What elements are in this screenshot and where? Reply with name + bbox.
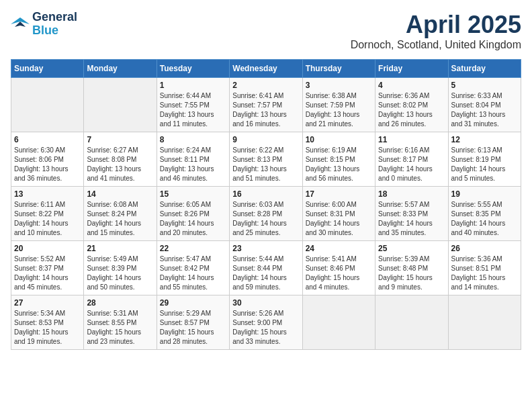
calendar-cell: 12Sunrise: 6:13 AM Sunset: 8:19 PM Dayli… bbox=[448, 132, 521, 187]
day-info: Sunrise: 6:38 AM Sunset: 7:59 PM Dayligh… bbox=[306, 91, 372, 129]
day-number: 21 bbox=[87, 244, 153, 253]
day-info: Sunrise: 5:44 AM Sunset: 8:44 PM Dayligh… bbox=[232, 255, 299, 292]
calendar-cell: 17Sunrise: 6:00 AM Sunset: 8:31 PM Dayli… bbox=[302, 187, 375, 241]
day-number: 18 bbox=[378, 189, 445, 199]
calendar-cell: 18Sunrise: 5:57 AM Sunset: 8:33 PM Dayli… bbox=[375, 187, 448, 241]
calendar-cell: 5Sunrise: 6:33 AM Sunset: 8:04 PM Daylig… bbox=[448, 78, 521, 132]
calendar-cell: 21Sunrise: 5:49 AM Sunset: 8:39 PM Dayli… bbox=[84, 241, 157, 295]
calendar-cell: 29Sunrise: 5:29 AM Sunset: 8:57 PM Dayli… bbox=[157, 295, 229, 350]
day-info: Sunrise: 5:29 AM Sunset: 8:57 PM Dayligh… bbox=[160, 309, 226, 347]
day-number: 5 bbox=[451, 81, 518, 90]
calendar-cell bbox=[375, 295, 448, 350]
calendar-subtitle: Dornoch, Scotland, United Kingdom bbox=[351, 39, 521, 51]
day-number: 23 bbox=[232, 244, 299, 253]
day-number: 22 bbox=[160, 244, 226, 253]
day-number: 7 bbox=[87, 135, 153, 144]
day-info: Sunrise: 5:55 AM Sunset: 8:35 PM Dayligh… bbox=[451, 200, 518, 238]
day-number: 20 bbox=[14, 244, 81, 253]
day-info: Sunrise: 5:49 AM Sunset: 8:39 PM Dayligh… bbox=[87, 255, 153, 292]
calendar-cell: 19Sunrise: 5:55 AM Sunset: 8:35 PM Dayli… bbox=[448, 187, 521, 241]
header-day-sunday: Sunday bbox=[11, 60, 84, 78]
header-row: SundayMondayTuesdayWednesdayThursdayFrid… bbox=[11, 60, 521, 78]
calendar-week-3: 13Sunrise: 6:11 AM Sunset: 8:22 PM Dayli… bbox=[11, 187, 521, 241]
calendar-cell: 25Sunrise: 5:39 AM Sunset: 8:48 PM Dayli… bbox=[375, 241, 448, 295]
day-number: 2 bbox=[232, 81, 299, 90]
day-number: 28 bbox=[87, 298, 153, 308]
calendar-week-4: 20Sunrise: 5:52 AM Sunset: 8:37 PM Dayli… bbox=[11, 241, 521, 295]
calendar-cell: 3Sunrise: 6:38 AM Sunset: 7:59 PM Daylig… bbox=[302, 78, 375, 132]
logo-icon bbox=[11, 15, 30, 34]
title-block: April 2025 Dornoch, Scotland, United Kin… bbox=[351, 11, 521, 51]
calendar-cell: 2Sunrise: 6:41 AM Sunset: 7:57 PM Daylig… bbox=[230, 78, 302, 132]
day-info: Sunrise: 5:52 AM Sunset: 8:37 PM Dayligh… bbox=[14, 255, 81, 292]
header-day-saturday: Saturday bbox=[448, 60, 521, 78]
day-number: 29 bbox=[160, 298, 226, 308]
day-number: 15 bbox=[160, 189, 226, 199]
day-info: Sunrise: 5:36 AM Sunset: 8:51 PM Dayligh… bbox=[451, 255, 518, 292]
calendar-body: 1Sunrise: 6:44 AM Sunset: 7:55 PM Daylig… bbox=[11, 78, 521, 350]
day-number: 30 bbox=[232, 298, 299, 308]
day-number: 19 bbox=[451, 189, 518, 199]
day-info: Sunrise: 5:41 AM Sunset: 8:46 PM Dayligh… bbox=[306, 255, 372, 292]
calendar-week-1: 1Sunrise: 6:44 AM Sunset: 7:55 PM Daylig… bbox=[11, 78, 521, 132]
calendar-cell: 11Sunrise: 6:16 AM Sunset: 8:17 PM Dayli… bbox=[375, 132, 448, 187]
day-number: 9 bbox=[232, 135, 299, 144]
calendar-header: SundayMondayTuesdayWednesdayThursdayFrid… bbox=[11, 60, 521, 78]
calendar-cell: 8Sunrise: 6:24 AM Sunset: 8:11 PM Daylig… bbox=[157, 132, 229, 187]
day-number: 16 bbox=[232, 189, 299, 199]
day-number: 27 bbox=[14, 298, 81, 308]
day-info: Sunrise: 6:30 AM Sunset: 8:06 PM Dayligh… bbox=[14, 146, 81, 183]
day-info: Sunrise: 6:22 AM Sunset: 8:13 PM Dayligh… bbox=[232, 146, 299, 183]
day-info: Sunrise: 5:26 AM Sunset: 9:00 PM Dayligh… bbox=[232, 309, 299, 347]
day-number: 24 bbox=[306, 244, 372, 253]
header-day-thursday: Thursday bbox=[302, 60, 375, 78]
day-info: Sunrise: 6:05 AM Sunset: 8:26 PM Dayligh… bbox=[160, 200, 226, 238]
calendar-cell: 16Sunrise: 6:03 AM Sunset: 8:28 PM Dayli… bbox=[230, 187, 302, 241]
calendar-cell: 23Sunrise: 5:44 AM Sunset: 8:44 PM Dayli… bbox=[230, 241, 302, 295]
day-number: 8 bbox=[160, 135, 226, 144]
calendar-cell: 27Sunrise: 5:34 AM Sunset: 8:53 PM Dayli… bbox=[11, 295, 84, 350]
day-number: 12 bbox=[451, 135, 518, 144]
day-info: Sunrise: 6:44 AM Sunset: 7:55 PM Dayligh… bbox=[160, 91, 226, 129]
day-number: 4 bbox=[378, 81, 445, 90]
header-day-tuesday: Tuesday bbox=[157, 60, 229, 78]
day-info: Sunrise: 5:31 AM Sunset: 8:55 PM Dayligh… bbox=[87, 309, 153, 347]
day-info: Sunrise: 5:57 AM Sunset: 8:33 PM Dayligh… bbox=[378, 200, 445, 238]
calendar-cell: 4Sunrise: 6:36 AM Sunset: 8:02 PM Daylig… bbox=[375, 78, 448, 132]
calendar-cell: 9Sunrise: 6:22 AM Sunset: 8:13 PM Daylig… bbox=[230, 132, 302, 187]
day-info: Sunrise: 6:41 AM Sunset: 7:57 PM Dayligh… bbox=[232, 91, 299, 129]
calendar-cell: 13Sunrise: 6:11 AM Sunset: 8:22 PM Dayli… bbox=[11, 187, 84, 241]
calendar-cell: 1Sunrise: 6:44 AM Sunset: 7:55 PM Daylig… bbox=[157, 78, 229, 132]
day-info: Sunrise: 6:33 AM Sunset: 8:04 PM Dayligh… bbox=[451, 91, 518, 129]
calendar-cell: 10Sunrise: 6:19 AM Sunset: 8:15 PM Dayli… bbox=[302, 132, 375, 187]
day-info: Sunrise: 6:16 AM Sunset: 8:17 PM Dayligh… bbox=[378, 146, 445, 183]
calendar-cell: 14Sunrise: 6:08 AM Sunset: 8:24 PM Dayli… bbox=[84, 187, 157, 241]
calendar-cell bbox=[11, 78, 84, 132]
calendar-title: April 2025 bbox=[351, 11, 521, 39]
page-header: General Blue April 2025 Dornoch, Scotlan… bbox=[11, 11, 521, 51]
calendar-cell: 20Sunrise: 5:52 AM Sunset: 8:37 PM Dayli… bbox=[11, 241, 84, 295]
calendar-week-5: 27Sunrise: 5:34 AM Sunset: 8:53 PM Dayli… bbox=[11, 295, 521, 350]
calendar-cell: 28Sunrise: 5:31 AM Sunset: 8:55 PM Dayli… bbox=[84, 295, 157, 350]
calendar-cell: 30Sunrise: 5:26 AM Sunset: 9:00 PM Dayli… bbox=[230, 295, 302, 350]
calendar-cell: 24Sunrise: 5:41 AM Sunset: 8:46 PM Dayli… bbox=[302, 241, 375, 295]
day-info: Sunrise: 5:34 AM Sunset: 8:53 PM Dayligh… bbox=[14, 309, 81, 347]
logo-text: General Blue bbox=[32, 11, 77, 38]
header-day-monday: Monday bbox=[84, 60, 157, 78]
calendar-table: SundayMondayTuesdayWednesdayThursdayFrid… bbox=[11, 59, 521, 350]
header-day-wednesday: Wednesday bbox=[230, 60, 302, 78]
day-info: Sunrise: 6:19 AM Sunset: 8:15 PM Dayligh… bbox=[306, 146, 372, 183]
day-info: Sunrise: 6:08 AM Sunset: 8:24 PM Dayligh… bbox=[87, 200, 153, 238]
calendar-cell: 7Sunrise: 6:27 AM Sunset: 8:08 PM Daylig… bbox=[84, 132, 157, 187]
day-number: 11 bbox=[378, 135, 445, 144]
day-number: 25 bbox=[378, 244, 445, 253]
logo: General Blue bbox=[11, 11, 77, 38]
calendar-cell: 6Sunrise: 6:30 AM Sunset: 8:06 PM Daylig… bbox=[11, 132, 84, 187]
day-info: Sunrise: 6:11 AM Sunset: 8:22 PM Dayligh… bbox=[14, 200, 81, 238]
day-info: Sunrise: 6:27 AM Sunset: 8:08 PM Dayligh… bbox=[87, 146, 153, 183]
day-info: Sunrise: 5:47 AM Sunset: 8:42 PM Dayligh… bbox=[160, 255, 226, 292]
day-number: 6 bbox=[14, 135, 81, 144]
day-number: 26 bbox=[451, 244, 518, 253]
day-number: 10 bbox=[306, 135, 372, 144]
calendar-week-2: 6Sunrise: 6:30 AM Sunset: 8:06 PM Daylig… bbox=[11, 132, 521, 187]
